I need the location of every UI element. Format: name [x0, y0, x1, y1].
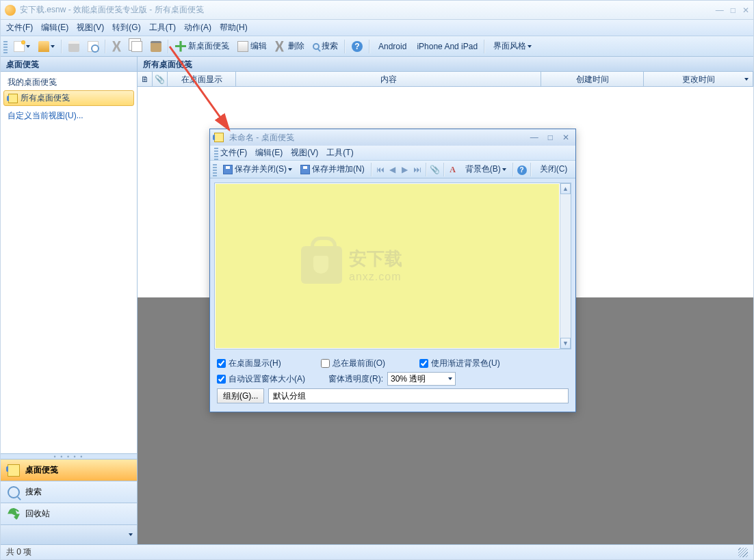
opt-autosize[interactable]: 自动设置窗体大小(A)	[217, 373, 305, 385]
modal-close[interactable]: ✕	[560, 133, 571, 142]
titlebar: 安下载.esnw - 效能桌面便笺专业版 - 所有桌面便笺 — □ ✕	[1, 1, 753, 20]
preview-button[interactable]	[84, 39, 102, 54]
app-icon	[5, 5, 16, 16]
modal-menubar: 文件(F) 编辑(E) 视图(V) 工具(T)	[210, 146, 575, 161]
opt-top[interactable]: 总在最前面(O)	[321, 358, 385, 369]
font-button[interactable]: A	[447, 164, 458, 175]
menu-action[interactable]: 动作(A)	[184, 22, 211, 34]
minimize-button[interactable]: —	[716, 5, 724, 15]
modal-maximize[interactable]: □	[546, 133, 555, 142]
status-text: 共 0 项	[6, 546, 31, 558]
paste-button[interactable]	[147, 39, 165, 54]
modal-menu-view[interactable]: 视图(V)	[291, 147, 318, 159]
new-note-button[interactable]: 新桌面便笺	[172, 39, 233, 54]
sidebar: 桌面便笺 我的桌面便笺 所有桌面便笺 自定义当前视图(U)... • • • •…	[1, 57, 138, 544]
nav-first[interactable]: ⏮	[375, 164, 386, 175]
nav-next[interactable]: ▶	[400, 164, 411, 175]
style-button[interactable]: 界面风格	[488, 39, 535, 54]
modal-menu-edit[interactable]: 编辑(E)	[255, 147, 283, 159]
maximize-button[interactable]: □	[731, 5, 736, 15]
scroll-down[interactable]: ▼	[560, 338, 571, 349]
menu-file[interactable]: 文件(F)	[6, 22, 33, 34]
nav-search-label: 搜索	[25, 486, 42, 498]
scroll-up[interactable]: ▲	[560, 183, 571, 194]
search-button[interactable]: 搜索	[309, 39, 341, 54]
col-content[interactable]: 内容	[236, 72, 541, 86]
nav-footer	[1, 525, 137, 544]
opt-desktop[interactable]: 在桌面显示(H)	[217, 358, 281, 369]
modal-minimize[interactable]: —	[528, 133, 541, 142]
nav-notes[interactable]: 桌面便笺	[1, 459, 137, 481]
menu-goto[interactable]: 转到(G)	[112, 22, 140, 34]
main-header: 所有桌面便笺	[138, 57, 753, 72]
search-icon	[8, 486, 20, 498]
recycle-icon	[8, 508, 20, 520]
col-attach[interactable]: 📎	[153, 72, 168, 86]
note-icon	[8, 94, 18, 103]
help-button[interactable]: ?	[348, 39, 366, 54]
iphone-button[interactable]: iPhone And iPad	[411, 39, 481, 54]
modal-options: 在桌面显示(H) 总在最前面(O) 使用渐进背景色(U) 自动设置窗体大小(A)…	[210, 354, 575, 412]
nav-last[interactable]: ⏭	[412, 164, 423, 175]
close-button[interactable]: 关闭(C)	[534, 162, 571, 177]
save-add-button[interactable]: 保存并增加(N)	[297, 162, 368, 177]
print-button[interactable]	[65, 39, 83, 54]
grid-header: 🗎 📎 在桌面显示 内容 创建时间 更改时间	[138, 72, 753, 87]
sidebar-splitter[interactable]: • • • • •	[1, 453, 137, 459]
android-button[interactable]: Android	[373, 39, 410, 54]
tree-my-notes[interactable]: 我的桌面便笺	[1, 75, 137, 90]
cut-button[interactable]	[109, 39, 127, 54]
note-scrollbar[interactable]: ▲ ▼	[560, 183, 571, 349]
gripper	[214, 146, 218, 160]
save-close-button[interactable]: 保存并关闭(S)	[220, 162, 296, 177]
nav-recycle-label: 回收站	[25, 508, 50, 520]
edit-button[interactable]: 编辑	[234, 39, 270, 54]
modal-menu-file[interactable]: 文件(F)	[220, 147, 247, 159]
menu-tools[interactable]: 工具(T)	[149, 22, 176, 34]
group-field[interactable]: 默认分组	[268, 388, 569, 403]
help-icon[interactable]: ?	[517, 164, 528, 175]
nav-recycle[interactable]: 回收站	[1, 503, 137, 525]
note-icon	[214, 133, 224, 142]
opacity-select[interactable]: 30% 透明	[387, 372, 456, 386]
resize-grip[interactable]	[738, 548, 748, 557]
modal-menu-tools[interactable]: 工具(T)	[326, 147, 353, 159]
modal-title: 未命名 - 桌面便笺	[229, 132, 294, 144]
col-desktop[interactable]: 在桌面显示	[168, 72, 236, 86]
toolbar: 新桌面便笺 编辑 删除 搜索 ? Android iPhone And iPad…	[1, 36, 753, 57]
custom-view-link[interactable]: 自定义当前视图(U)...	[1, 106, 137, 126]
nav-prev[interactable]: ◀	[387, 164, 398, 175]
note-textarea[interactable]	[216, 184, 559, 348]
window-title: 安下载.esnw - 效能桌面便笺专业版 - 所有桌面便笺	[20, 4, 204, 16]
delete-button[interactable]: 删除	[272, 39, 308, 54]
note-icon	[8, 464, 20, 477]
note-area-wrapper: ▲ ▼	[214, 183, 571, 349]
open-button[interactable]	[35, 39, 58, 54]
opt-gradient[interactable]: 使用渐进背景色(U)	[419, 358, 500, 369]
modal-toolbar: 保存并关闭(S) 保存并增加(N) ⏮ ◀ ▶ ⏭ 📎 A 背景色(B) ? 关…	[210, 161, 575, 178]
sidebar-header: 桌面便笺	[1, 57, 137, 72]
close-button[interactable]: ✕	[742, 5, 749, 15]
tree-all-notes[interactable]: 所有桌面便笺	[3, 90, 134, 106]
copy-button[interactable]	[128, 39, 146, 54]
statusbar: 共 0 项	[1, 544, 753, 559]
col-modified[interactable]: 更改时间	[644, 72, 753, 86]
chevron-icon[interactable]	[129, 533, 133, 536]
bgcolor-button[interactable]: 背景色(B)	[460, 162, 510, 177]
attach-icon[interactable]: 📎	[430, 164, 441, 175]
sidebar-tree: 我的桌面便笺 所有桌面便笺 自定义当前视图(U)...	[1, 72, 137, 453]
nav-search[interactable]: 搜索	[1, 481, 137, 503]
modal-titlebar[interactable]: 未命名 - 桌面便笺 — □ ✕	[210, 129, 575, 146]
tree-all-notes-label: 所有桌面便笺	[21, 92, 70, 104]
new-file-button[interactable]	[10, 39, 34, 54]
note-editor-window: 未命名 - 桌面便笺 — □ ✕ 文件(F) 编辑(E) 视图(V) 工具(T)…	[209, 129, 576, 412]
menu-edit[interactable]: 编辑(E)	[41, 22, 68, 34]
col-icon[interactable]: 🗎	[138, 72, 153, 86]
group-button[interactable]: 组别(G)...	[217, 388, 264, 403]
menu-help[interactable]: 帮助(H)	[220, 22, 248, 34]
col-created[interactable]: 创建时间	[541, 72, 644, 86]
menu-view[interactable]: 视图(V)	[77, 22, 104, 34]
nav-notes-label: 桌面便笺	[25, 464, 58, 476]
menubar: 文件(F) 编辑(E) 视图(V) 转到(G) 工具(T) 动作(A) 帮助(H…	[1, 20, 753, 36]
opacity-label: 窗体透明度(R):	[328, 373, 383, 385]
